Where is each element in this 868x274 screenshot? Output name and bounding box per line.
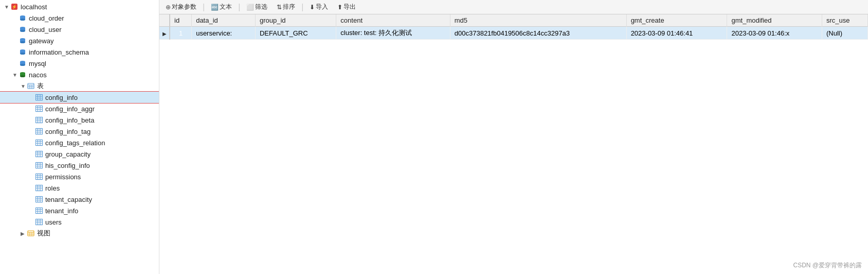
expand-arrow-config-info: [29, 95, 35, 100]
database-icon-3: [19, 37, 27, 45]
his-config-info-label: his_config_info: [45, 162, 90, 169]
table-icon-config-info-tag: [35, 127, 43, 135]
config-tags-relation-label: config_tags_relation: [45, 139, 105, 147]
col-header-id[interactable]: id: [170, 14, 192, 27]
sidebar-item-config-tags-relation[interactable]: config_tags_relation: [0, 137, 159, 148]
cell-group-id[interactable]: DEFAULT_GRC: [255, 27, 336, 40]
col-header-src-use[interactable]: src_use: [822, 14, 868, 27]
expand-arrow-info-schema: [12, 49, 19, 55]
sidebar-item-views-folder[interactable]: ▶ 视图: [0, 228, 159, 239]
sidebar-item-localhost[interactable]: ▼ ⚡ localhost: [0, 1, 159, 12]
main-content: ⊕ ⊕ 对象参数 对象参数 | 🔤 文本 | ⬜ 筛选 ⇅ 排序 | ⬇ 导入 …: [159, 0, 868, 274]
expand-arrow-nacos: ▼: [12, 72, 19, 78]
svg-point-16: [20, 64, 25, 66]
table-icon-config-info-beta: [35, 116, 43, 124]
sidebar-item-cloud-user[interactable]: cloud_user: [0, 24, 159, 35]
sidebar-item-mysql[interactable]: mysql: [0, 58, 159, 69]
col-header-data-id[interactable]: data_id: [192, 14, 256, 27]
col-header-content[interactable]: content: [336, 14, 450, 27]
cloud-user-label: cloud_user: [29, 26, 62, 33]
export-button[interactable]: ⬆ 导出: [334, 2, 359, 12]
svg-rect-65: [36, 185, 43, 191]
sort-icon: ⇅: [277, 4, 282, 11]
table-icon-tenant-capacity: [35, 195, 43, 203]
import-icon: ⬇: [310, 4, 315, 11]
mysql-label: mysql: [29, 60, 46, 67]
nacos-label: nacos: [29, 71, 47, 79]
expand-arrow-tables: ▼: [21, 83, 27, 89]
table-header-row: id data_id group_id content md5 gmt_crea…: [159, 14, 868, 27]
col-header-gmt-modified[interactable]: gmt_modified: [727, 14, 822, 27]
sidebar-item-tenant-capacity[interactable]: tenant_capacity: [0, 194, 159, 205]
table-icon-his-config-info: [35, 161, 43, 169]
separator-1: |: [203, 3, 205, 12]
sidebar-item-tables-folder[interactable]: ▼ 表: [0, 80, 159, 92]
table-icon-roles: [35, 184, 43, 192]
table-icon-group-capacity: [35, 150, 43, 158]
expand-arrow-cloud-user: [12, 27, 19, 32]
table-row[interactable]: ▶ 1 userservice: DEFAULT_GRC cluster: te…: [159, 27, 868, 40]
add-icon: ⊕: [166, 4, 171, 11]
row-arrow-icon: ▶: [162, 31, 167, 37]
text-button[interactable]: 🔤 文本: [208, 2, 235, 12]
toolbar: ⊕ ⊕ 对象参数 对象参数 | 🔤 文本 | ⬜ 筛选 ⇅ 排序 | ⬇ 导入 …: [159, 0, 868, 14]
sidebar-item-gateway[interactable]: gateway: [0, 35, 159, 46]
separator-2: |: [238, 3, 240, 12]
sidebar-item-group-capacity[interactable]: group_capacity: [0, 148, 159, 160]
svg-rect-20: [28, 83, 34, 89]
separator-3: |: [301, 3, 303, 12]
sidebar-item-tenant-info[interactable]: tenant_info: [0, 205, 159, 216]
config-info-tag-label: config_info_tag: [45, 128, 91, 135]
col-header-md5[interactable]: md5: [450, 14, 626, 27]
data-table-area[interactable]: id data_id group_id content md5 gmt_crea…: [159, 14, 868, 274]
sidebar-item-roles[interactable]: roles: [0, 182, 159, 194]
cell-data-id[interactable]: userservice:: [192, 27, 256, 40]
svg-rect-75: [36, 208, 43, 214]
expand-arrow-mysql: [12, 61, 19, 66]
users-label: users: [45, 218, 62, 226]
sidebar-item-his-config-info[interactable]: his_config_info: [0, 160, 159, 171]
expand-arrow-gateway: [12, 38, 19, 44]
cell-src-use[interactable]: (Null): [822, 27, 868, 40]
expand-arrow-localhost: ▼: [4, 4, 10, 10]
sidebar: ▼ ⚡ localhost cloud_order: [0, 0, 159, 274]
svg-rect-85: [28, 231, 34, 236]
views-folder-label: 视图: [37, 229, 50, 238]
sidebar-item-permissions[interactable]: permissions: [0, 171, 159, 182]
sidebar-item-config-info-tag[interactable]: config_info_tag: [0, 126, 159, 137]
text-icon: 🔤: [211, 4, 219, 11]
expand-arrow-views: ▶: [21, 231, 27, 236]
cell-gmt-create[interactable]: 2023-03-09 01:46:41: [626, 27, 727, 40]
svg-point-19: [20, 75, 25, 77]
svg-rect-40: [36, 129, 43, 134]
sidebar-item-config-info-aggr[interactable]: config_info_aggr: [0, 103, 159, 114]
roles-label: roles: [45, 184, 60, 192]
sidebar-item-config-info[interactable]: config_info: [0, 92, 159, 103]
import-button[interactable]: ⬇ 导入: [306, 2, 331, 12]
view-folder-icon: [27, 229, 35, 237]
col-header-group-id[interactable]: group_id: [255, 14, 336, 27]
table-icon-tenant-info: [35, 207, 43, 215]
filter-button[interactable]: ⬜ 筛选: [243, 2, 270, 12]
table-icon-users: [35, 218, 43, 226]
data-table: id data_id group_id content md5 gmt_crea…: [159, 14, 868, 40]
svg-rect-55: [36, 163, 43, 168]
expand-arrow-cloud-order: [12, 15, 19, 21]
cell-id[interactable]: 1: [170, 27, 192, 40]
group-capacity-label: group_capacity: [45, 150, 91, 158]
sort-button[interactable]: ⇅ 排序: [274, 2, 298, 12]
sidebar-item-config-info-beta[interactable]: config_info_beta: [0, 114, 159, 126]
row-number-header: [159, 14, 170, 27]
sidebar-item-information-schema[interactable]: information_schema: [0, 46, 159, 58]
cell-md5[interactable]: d00c373821fb0419506c8c14cc3297a3: [450, 27, 626, 40]
svg-rect-50: [36, 151, 43, 157]
sidebar-item-nacos[interactable]: ▼ nacos: [0, 69, 159, 80]
table-icon-config-info-aggr: [35, 105, 43, 113]
cell-gmt-modified[interactable]: 2023-03-09 01:46:x: [727, 27, 822, 40]
svg-rect-30: [36, 106, 43, 112]
col-header-gmt-create[interactable]: gmt_create: [626, 14, 727, 27]
obj-params-button[interactable]: ⊕ ⊕ 对象参数 对象参数: [162, 2, 200, 12]
sidebar-item-cloud-order[interactable]: cloud_order: [0, 12, 159, 24]
sidebar-item-users[interactable]: users: [0, 216, 159, 228]
cell-content[interactable]: cluster: test: 持久化测试: [336, 27, 450, 40]
